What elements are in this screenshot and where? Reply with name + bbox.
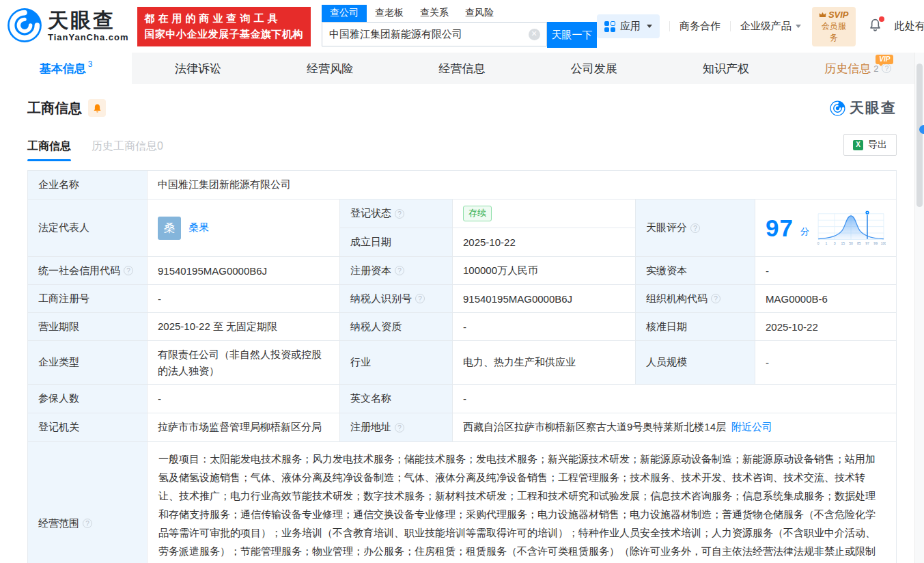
logo-subtitle: TianYanCha.com [48, 32, 129, 42]
legal-rep-link[interactable]: 桑果 [188, 221, 209, 234]
svip-member-button[interactable]: SVIP 会员服务 [812, 7, 856, 46]
section-title: 工商信息 [27, 99, 82, 118]
taxpayer-id-label: 纳税人识别号 [340, 285, 453, 313]
tab-basic-info[interactable]: 基本信息 3 [0, 53, 132, 84]
tab-intellectual-property[interactable]: 知识产权 [660, 53, 792, 84]
insured-count-value: - [148, 385, 340, 413]
svip-label: SVIP [828, 10, 849, 20]
apps-button[interactable]: 应用 [597, 14, 660, 38]
tab-operation-info-label: 经营信息 [438, 61, 485, 77]
tab-operation-info[interactable]: 经营信息 [396, 53, 528, 84]
company-nav-tabs: 基本信息 3 法律诉讼 经营风险 经营信息 公司发展 知识产权 历史信息 2 V… [0, 53, 924, 84]
avatar[interactable]: 桑 [158, 217, 181, 240]
tab-history-info[interactable]: 历史信息 2 VIP [792, 53, 924, 84]
credit-code-value: 91540195MAG0000B6J [148, 257, 340, 285]
tab-company-development-label: 公司发展 [571, 61, 617, 77]
header: 天眼查 TianYanCha.com 都在用的商业查询工具 国家中小企业发展子基… [0, 0, 924, 53]
search-area: 查公司 查老板 查关系 查风险 天眼一下 [322, 5, 597, 48]
english-name-value: - [453, 385, 897, 413]
tab-legal-proceedings[interactable]: 法律诉讼 [132, 53, 264, 84]
score-label: 天眼评分 [636, 200, 755, 257]
svg-text:97: 97 [865, 241, 869, 245]
subscribe-bell-button[interactable] [88, 99, 106, 117]
business-term-value: 2025-10-22 至 无固定期限 [148, 313, 340, 341]
export-label: 导出 [868, 139, 887, 151]
help-icon [711, 294, 720, 303]
tab-operation-risk-label: 经营风险 [307, 61, 353, 77]
chevron-down-icon [647, 25, 652, 28]
address-label: 注册地址 [340, 413, 453, 442]
svg-text:50: 50 [849, 241, 853, 245]
registry-label: 登记机关 [28, 413, 148, 442]
clear-search-icon[interactable] [529, 29, 540, 40]
tianyancha-watermark-icon [830, 100, 845, 116]
search-button[interactable]: 天眼一下 [547, 22, 597, 48]
svg-text:100: 100 [881, 241, 886, 245]
business-cooperation-link[interactable]: 商务合作 [680, 20, 720, 33]
reg-status-label: 登记状态 [340, 200, 453, 228]
svg-text:0: 0 [817, 241, 820, 245]
org-code-label: 组织机构代码 [636, 285, 755, 313]
help-icon [83, 519, 92, 528]
svg-text:15: 15 [841, 241, 845, 245]
reg-number-value: - [148, 285, 340, 313]
svip-service-label: 会员服务 [819, 20, 849, 44]
divider [730, 21, 731, 31]
notification-dot [879, 16, 884, 22]
search-input[interactable] [322, 22, 547, 46]
enterprise-products-label: 企业级产品 [740, 20, 792, 33]
nearby-companies-link[interactable]: 附近公司 [731, 421, 772, 434]
export-button[interactable]: 导出 [843, 134, 897, 156]
search-tabs: 查公司 查老板 查关系 查风险 [322, 5, 597, 22]
svg-text:85: 85 [857, 241, 861, 245]
tab-intellectual-property-label: 知识产权 [703, 61, 749, 77]
excel-icon [853, 140, 863, 150]
promo-banner-line1: 都在用的商业查询工具 [145, 12, 304, 25]
reg-number-label: 工商注册号 [28, 285, 148, 313]
industry-label: 行业 [340, 341, 453, 385]
address-value: 西藏自治区拉萨市柳梧新区察古大道9号奥特莱斯北楼14层 [463, 421, 726, 434]
user-menu[interactable]: 此处有... [895, 20, 924, 33]
floating-widget-handle[interactable] [919, 125, 924, 134]
enterprise-products-link[interactable]: 企业级产品 [740, 20, 801, 33]
tab-company-development[interactable]: 公司发展 [528, 53, 660, 84]
tianyancha-logo[interactable]: 天眼查 TianYanCha.com [7, 8, 129, 46]
tianyancha-logo-icon [7, 8, 42, 46]
help-icon [395, 266, 404, 275]
company-name-label: 企业名称 [28, 171, 148, 200]
tianyancha-watermark: 天眼查 [830, 98, 897, 118]
reg-capital-label: 注册资本 [340, 257, 453, 285]
english-name-label: 英文名称 [340, 385, 453, 413]
scrollbar-thumb[interactable] [916, 64, 923, 207]
vip-badge: VIP [876, 55, 893, 64]
apps-grid-icon [604, 21, 615, 32]
score-chart: 0 1 3 15 50 85 97 99 100 [816, 206, 886, 251]
staff-size-label: 人员规模 [636, 341, 755, 385]
registry-value: 拉萨市市场监督管理局柳梧新区分局 [148, 413, 340, 442]
reg-status-cell: 存续 [453, 200, 636, 228]
staff-size-value: - [755, 341, 897, 385]
establish-date-label: 成立日期 [340, 228, 453, 257]
tab-basic-info-count: 3 [88, 59, 93, 69]
paid-capital-value: - [755, 257, 897, 285]
subtab-business-info[interactable]: 工商信息 [27, 139, 71, 161]
header-menu: 应用 商务合作 企业级产品 SVIP 会员服务 此 [597, 7, 924, 46]
search-tab-risk[interactable]: 查风险 [457, 5, 502, 22]
score-value: 97 [766, 215, 794, 242]
subtab-history-business-info[interactable]: 历史工商信息0 [92, 139, 163, 161]
paid-capital-label: 实缴资本 [636, 257, 755, 285]
main-content: 工商信息 天眼查 工商信息 历史工商信息0 导出 企业名称 中国雅江集团新能源有… [0, 98, 924, 563]
search-tab-company[interactable]: 查公司 [322, 5, 367, 22]
promo-banner: 都在用的商业查询工具 国家中小企业发展子基金旗下机构 [137, 7, 311, 46]
tab-legal-proceedings-label: 法律诉讼 [175, 61, 221, 77]
search-tab-relation[interactable]: 查关系 [412, 5, 457, 22]
score-cell[interactable]: 97 分 [755, 200, 897, 257]
address-cell: 西藏自治区拉萨市柳梧新区察古大道9号奥特莱斯北楼14层 附近公司 [453, 413, 897, 442]
divider [669, 21, 670, 31]
tab-operation-risk[interactable]: 经营风险 [264, 53, 396, 84]
help-icon [690, 223, 700, 233]
search-tab-boss[interactable]: 查老板 [367, 5, 412, 22]
org-code-value: MAG0000B-6 [755, 285, 897, 313]
notification-bell-button[interactable] [868, 18, 882, 35]
help-icon [395, 209, 404, 219]
